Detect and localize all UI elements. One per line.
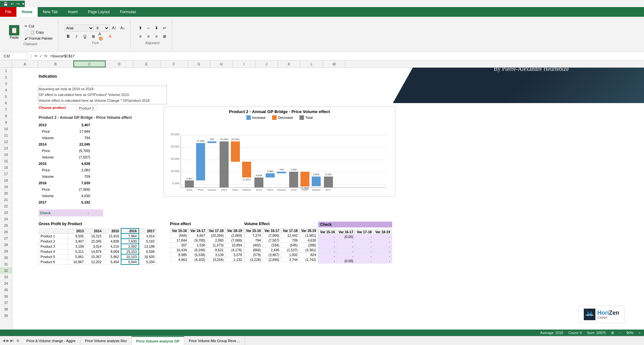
paste-button[interactable]: 📋 Paste [6, 24, 22, 41]
add-sheet-icon[interactable]: ⊕ [16, 339, 19, 343]
font-size-select[interactable]: 9 [95, 24, 109, 32]
tab-pagelayout[interactable]: Page Layout [83, 7, 115, 17]
row-32[interactable]: 32 [0, 267, 12, 274]
undo-icon[interactable]: ↩ [10, 1, 14, 7]
layout-icon[interactable]: ⊞ [611, 331, 614, 335]
underline-button[interactable]: U [81, 33, 89, 40]
col-header-g[interactable]: G [188, 61, 210, 67]
col-header-f[interactable]: F [160, 61, 188, 67]
row-27[interactable]: 27 [0, 235, 12, 242]
row-33[interactable]: 33 [0, 274, 12, 280]
row-9[interactable]: 9 [0, 119, 12, 126]
row-4[interactable]: 4 [0, 87, 12, 93]
align-top-button[interactable]: ⬆ [137, 24, 144, 32]
row-5[interactable]: 5 [0, 93, 12, 100]
wrap-text-button[interactable]: ↩ [161, 24, 168, 32]
row-21[interactable]: 21 [0, 196, 12, 203]
row-36[interactable]: 36 [0, 293, 12, 300]
row-8[interactable]: 8 [0, 113, 12, 119]
col-header-k[interactable]: K [278, 61, 300, 67]
row-25[interactable]: 25 [0, 222, 12, 229]
font-family-select[interactable]: Arial [65, 24, 94, 32]
tab-insert[interactable]: Insert [63, 7, 83, 17]
font-decrease-icon[interactable]: A↓ [119, 24, 126, 32]
more-icon[interactable]: ▾ [22, 1, 25, 7]
col-header-j[interactable]: J [255, 61, 278, 67]
col-header-e[interactable]: E [133, 61, 160, 67]
tab-formulas[interactable]: Formulas [115, 7, 141, 17]
col-header-d[interactable]: D [106, 61, 133, 67]
name-box[interactable] [2, 53, 28, 60]
bold-button[interactable]: B [65, 33, 72, 40]
cut-button[interactable]: ✂ Cut [23, 24, 54, 29]
zoom-in-icon[interactable]: + [639, 331, 641, 335]
row-34[interactable]: 34 [0, 280, 12, 287]
row-11[interactable]: 11 [0, 132, 12, 139]
row-7[interactable]: 7 [0, 106, 12, 113]
col-header-l[interactable]: L [300, 61, 323, 67]
row-19[interactable]: 19 [0, 184, 12, 190]
row-18[interactable]: 18 [0, 177, 12, 184]
borders-button[interactable]: ⊞ [90, 33, 97, 40]
row-15[interactable]: 15 [0, 158, 12, 164]
tab-nav-end[interactable]: ▶| [10, 339, 14, 343]
font-color-button[interactable]: A [107, 33, 114, 40]
col-header-a[interactable]: A [12, 61, 38, 67]
tab-price-volume-aggre[interactable]: Price & Volume change - Aggre [22, 336, 80, 345]
cancel-formula-icon[interactable]: ✕ [34, 54, 37, 58]
row-23[interactable]: 23 [0, 209, 12, 216]
row-38[interactable]: 38 [0, 306, 12, 312]
tab-file[interactable]: File [0, 7, 16, 17]
row-16[interactable]: 16 [0, 164, 12, 171]
align-left-button[interactable]: ≡ [137, 33, 144, 40]
row-12[interactable]: 12 [0, 139, 12, 145]
merge-button[interactable]: ⊞ [161, 33, 168, 40]
align-middle-button[interactable]: ↔ [145, 24, 152, 32]
row-24[interactable]: 24 [0, 216, 12, 222]
tab-nav-right[interactable]: ▶ [6, 339, 9, 343]
font-increase-icon[interactable]: A↑ [111, 24, 118, 32]
tab-home[interactable]: Home [16, 7, 37, 17]
row-6[interactable]: 6 [0, 100, 12, 106]
copy-button[interactable]: 📄 📋 Copy [23, 30, 54, 35]
row-2[interactable]: 2 [0, 74, 12, 81]
row-14[interactable]: 14 [0, 151, 12, 158]
tab-price-volume-rev[interactable]: Price Volume analysis Rev [80, 336, 132, 345]
row-17[interactable]: 17 [0, 171, 12, 177]
tab-price-volume-gp[interactable]: Price Volume analysis GP [132, 336, 184, 345]
align-center-button[interactable]: ≡ [145, 33, 152, 40]
save-icon[interactable]: 💾 [3, 1, 9, 7]
align-bottom-button[interactable]: ⬇ [153, 24, 160, 32]
align-right-button[interactable]: ≡ [153, 33, 160, 40]
row-39[interactable]: 39 [0, 312, 12, 319]
insert-function-icon[interactable]: fx [44, 54, 47, 58]
format-painter-button[interactable]: 🖌 Format Painter [23, 36, 54, 41]
row-1[interactable]: 1 [0, 68, 12, 74]
row-35[interactable]: 35 [0, 287, 12, 293]
col-header-b[interactable]: B [38, 61, 73, 67]
row-29[interactable]: 29 [0, 248, 12, 254]
col-header-i[interactable]: I [233, 61, 255, 67]
formula-input[interactable] [49, 53, 642, 60]
row-22[interactable]: 22 [0, 203, 12, 209]
zoom-out-icon[interactable]: − [619, 331, 621, 335]
row-20[interactable]: 20 [0, 190, 12, 196]
confirm-formula-icon[interactable]: ✓ [39, 54, 43, 58]
col-header-c[interactable]: C [73, 61, 106, 67]
tab-nav-left[interactable]: ◀ [3, 339, 5, 343]
product-selector-value[interactable]: Product 2 [77, 106, 96, 111]
tab-newtab[interactable]: New Tab [38, 7, 63, 17]
tab-price-volume-group[interactable]: Price Volume Mix Group Reve ... [184, 336, 245, 345]
fill-color-button[interactable]: A🎨 [98, 33, 105, 40]
row-13[interactable]: 13 [0, 145, 12, 151]
row-31[interactable]: 31 [0, 261, 12, 267]
row-28[interactable]: 28 [0, 242, 12, 248]
italic-button[interactable]: I [73, 33, 80, 40]
col-header-h[interactable]: H [210, 61, 233, 67]
row-37[interactable]: 37 [0, 300, 12, 306]
col-header-m[interactable]: M [323, 61, 346, 67]
row-30[interactable]: 30 [0, 254, 12, 261]
row-3[interactable]: 3 [0, 81, 12, 87]
row-10[interactable]: 10 [0, 126, 12, 132]
redo-icon[interactable]: ↪ [16, 1, 20, 7]
